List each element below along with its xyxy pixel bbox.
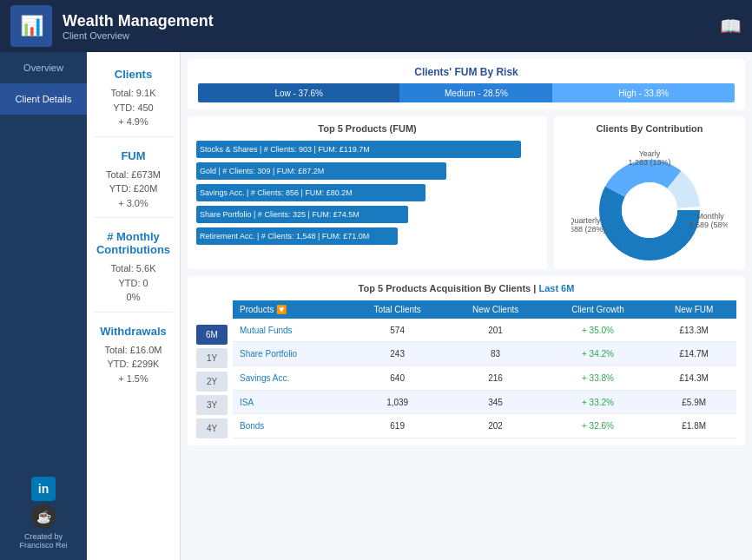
svg-text:1,283 (13%): 1,283 (13%) — [628, 158, 670, 167]
sidebar-credit: Created by Francisco Rei — [19, 532, 67, 550]
coffee-icon[interactable]: ☕ — [31, 504, 56, 529]
total-574: 574 — [348, 319, 447, 342]
fum-high-segment: High - 33.8% — [552, 83, 735, 102]
sidebar-item-overview[interactable]: Overview — [0, 52, 87, 83]
header-left: 📊 Wealth Management Client Overview — [10, 5, 214, 47]
header-titles: Wealth Management Client Overview — [63, 12, 214, 41]
total-619: 619 — [348, 414, 447, 438]
logo: 📊 — [10, 5, 52, 47]
bar-label-1: Stocks & Shares | # Clients: 903 | FUM: … — [196, 143, 373, 155]
table-row: ISA 1,039 345 + 33.2% £5.9M — [233, 390, 736, 414]
fum-14.7m: £14.7M — [651, 342, 736, 366]
new-201: 201 — [447, 319, 544, 342]
period-tab-2y[interactable]: 2Y — [196, 372, 228, 392]
product-bonds: Bonds — [233, 414, 348, 438]
product-mutual-funds: Mutual Funds — [233, 319, 348, 342]
monthly-contributions-title: # Monthly Contributions — [94, 230, 173, 256]
fum-ytd: YTD: £20M — [94, 181, 173, 196]
withdrawals-section: Withdrawals Total: £16.0M YTD: £299K + 1… — [94, 318, 173, 393]
period-tab-1y[interactable]: 1Y — [196, 348, 228, 368]
donut-chart: Yearly 1,283 (13%) Quarterly 2,688 (28%)… — [571, 141, 728, 262]
svg-point-3 — [622, 182, 677, 238]
withdrawals-ytd: YTD: £299K — [94, 357, 173, 372]
fum-low-segment: Low - 37.6% — [198, 83, 399, 102]
fum-bar: Low - 37.6% Medium - 28.5% High - 33.8% — [198, 83, 735, 102]
app-subtitle: Client Overview — [63, 30, 214, 41]
withdrawals-growth: + 1.5% — [94, 372, 173, 386]
svg-text:5,589 (58%): 5,589 (58%) — [689, 221, 728, 229]
bar-1: Stocks & Shares | # Clients: 903 | FUM: … — [196, 141, 521, 158]
table-row: Savings Acc. 640 216 + 33.8% £14.3M — [233, 366, 736, 391]
growth-32.6: + 32.6% — [544, 414, 652, 438]
bar-row-2: Gold | # Clients: 309 | FUM: £87.2M — [196, 162, 538, 180]
acquisition-title-plain: Top 5 Products Acquisition By Clients | — [359, 283, 539, 293]
top5-products-section: Top 5 Products (FUM) Stocks & Shares | #… — [188, 116, 547, 269]
total-640: 640 — [348, 366, 447, 391]
col-new-fum: New FUM — [651, 300, 736, 319]
bar-row-5: Retirement Acc. | # Clients: 1,548 | FUM… — [196, 227, 538, 245]
table-row: Bonds 619 202 + 32.6% £1.8M — [233, 414, 736, 438]
growth-33.8: + 33.8% — [544, 366, 652, 391]
sidebar-item-client-details[interactable]: Client Details — [0, 83, 87, 115]
clients-growth: + 4.9% — [94, 115, 173, 129]
growth-35: + 35.0% — [544, 319, 652, 342]
logo-icon: 📊 — [20, 15, 43, 37]
col-total-clients: Total Clients — [348, 300, 447, 319]
period-tab-4y[interactable]: 4Y — [196, 418, 228, 438]
svg-text:Yearly: Yearly — [639, 149, 661, 158]
bar-chart: Stocks & Shares | # Clients: 903 | FUM: … — [196, 141, 538, 245]
fum-growth: + 3.0% — [94, 196, 173, 211]
total-1039: 1,039 — [348, 390, 447, 414]
clients-section: Clients Total: 9.1K YTD: 450 + 4.9% — [94, 61, 173, 137]
bar-label-2: Gold | # Clients: 309 | FUM: £87.2M — [196, 165, 327, 177]
donut-container: Yearly 1,283 (13%) Quarterly 2,688 (28%)… — [563, 141, 736, 262]
left-panel: Clients Total: 9.1K YTD: 450 + 4.9% FUM … — [87, 52, 181, 560]
period-tab-3y[interactable]: 3Y — [196, 395, 228, 415]
svg-text:2,688 (28%): 2,688 (28%) — [571, 225, 606, 234]
fum-total: Total: £673M — [94, 168, 173, 182]
middle-row: Top 5 Products (FUM) Stocks & Shares | #… — [188, 116, 745, 269]
product-savings-acc: Savings Acc. — [233, 366, 348, 391]
sidebar-nav: Overview Client Details — [0, 52, 87, 115]
bar-row-3: Savings Acc. | # Clients: 856 | FUM: £80… — [196, 184, 538, 201]
contributions-growth: 0% — [94, 290, 173, 305]
period-tab-6m[interactable]: 6M — [196, 325, 228, 345]
fum-1.8m: £1.8M — [651, 414, 736, 438]
bar-row-4: Share Portfolio | # Clients: 325 | FUM: … — [196, 206, 538, 223]
acquisition-section: Top 5 Products Acquisition By Clients | … — [188, 276, 745, 445]
total-243: 243 — [348, 342, 447, 366]
clients-title: Clients — [94, 68, 173, 81]
clients-by-contribution-title: Clients By Contribution — [563, 123, 736, 134]
fum-13.3m: £13.3M — [651, 319, 736, 342]
fum-by-risk-section: Clients' FUM By Risk Low - 37.6% Medium … — [188, 59, 745, 109]
col-client-growth: Client Growth — [544, 300, 652, 319]
bar-4: Share Portfolio | # Clients: 325 | FUM: … — [196, 206, 408, 223]
product-share-portfolio: Share Portfolio — [233, 342, 348, 366]
new-202: 202 — [447, 414, 544, 438]
table-row: Share Portfolio 243 83 + 34.2% £14.7M — [233, 342, 736, 366]
clients-by-contribution-section: Clients By Contribution — [554, 116, 745, 269]
acquisition-title-link[interactable]: Last 6M — [538, 283, 574, 293]
withdrawals-title: Withdrawals — [94, 325, 173, 338]
bar-row-1: Stocks & Shares | # Clients: 903 | FUM: … — [196, 141, 538, 158]
contributions-total: Total: 5.6K — [94, 261, 173, 276]
svg-text:Monthly: Monthly — [696, 212, 724, 221]
linkedin-icon[interactable]: in — [31, 477, 56, 501]
growth-34: + 34.2% — [544, 342, 652, 366]
clients-total: Total: 9.1K — [94, 86, 173, 101]
sidebar: Overview Client Details in ☕ Created by … — [0, 52, 87, 560]
growth-33.2: + 33.2% — [544, 390, 652, 414]
bar-label-3: Savings Acc. | # Clients: 856 | FUM: £80… — [196, 187, 356, 199]
top5-products-title: Top 5 Products (FUM) — [196, 123, 538, 134]
new-345: 345 — [447, 390, 544, 414]
acquisition-body: 6M 1Y 2Y 3Y 4Y Products 🔽 Total Clients … — [196, 300, 736, 438]
bar-2: Gold | # Clients: 309 | FUM: £87.2M — [196, 162, 446, 180]
bar-label-5: Retirement Acc. | # Clients: 1,548 | FUM… — [196, 230, 373, 242]
fum-section-left: FUM Total: £673M YTD: £20M + 3.0% — [94, 142, 173, 219]
svg-text:Quarterly: Quarterly — [571, 216, 601, 225]
book-icon[interactable]: 📖 — [720, 16, 742, 36]
new-83: 83 — [447, 342, 544, 366]
col-products: Products 🔽 — [233, 300, 348, 319]
bar-label-4: Share Portfolio | # Clients: 325 | FUM: … — [196, 208, 363, 221]
acquisition-table: Products 🔽 Total Clients New Clients Cli… — [233, 300, 736, 438]
